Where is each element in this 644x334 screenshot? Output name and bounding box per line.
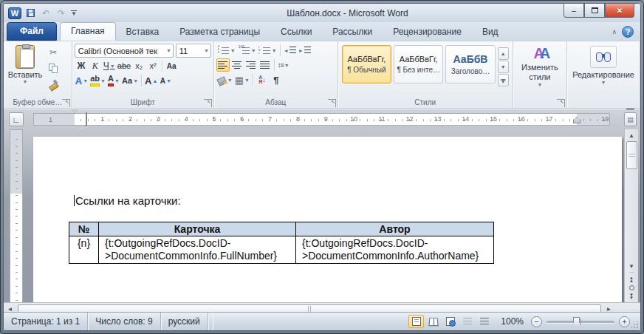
undo-button[interactable]: ↶ (39, 7, 52, 19)
line-spacing-icon: ↕≡ (278, 61, 284, 69)
tab-home[interactable]: Главная (60, 22, 116, 41)
styles-dialog-launcher[interactable]: ↘ (557, 99, 565, 107)
strikethrough-button[interactable]: abe (117, 59, 131, 72)
styles-scroll-down-button[interactable]: ▼ (498, 61, 509, 73)
status-language[interactable]: русский (161, 313, 208, 330)
redo-button[interactable]: ↷ (55, 7, 68, 19)
view-print-layout-button[interactable] (408, 315, 424, 328)
numbering-button[interactable]: ▼ (237, 44, 257, 57)
maximize-button[interactable] (584, 4, 605, 18)
horizontal-ruler[interactable]: 1 123456789101112131415161719 (33, 113, 610, 126)
status-word-count[interactable]: Число слов: 9 (88, 313, 160, 330)
vertical-ruler[interactable] (10, 129, 23, 302)
italic-button[interactable]: К (89, 59, 102, 72)
change-case-button[interactable]: Аа▼ (121, 74, 139, 87)
tab-references[interactable]: Ссылки (270, 24, 322, 41)
align-left-button[interactable] (216, 58, 230, 72)
table-header-num[interactable]: № (69, 222, 99, 236)
document-table[interactable]: № Карточка Автор {n} {t:OutgoingRefDocs.… (69, 222, 494, 264)
split-handle[interactable] (626, 108, 634, 110)
font-color-button[interactable]: А▼ (107, 74, 120, 87)
table-header-card[interactable]: Карточка (99, 222, 296, 236)
bullets-button[interactable]: ▼ (216, 44, 236, 57)
view-outline-button[interactable] (459, 315, 475, 328)
increase-indent-button[interactable] (298, 44, 312, 57)
previous-page-button[interactable]: ▲▲ (629, 276, 634, 282)
zoom-slider[interactable] (547, 321, 614, 323)
document-page[interactable]: Ссылки на карточки: № Карточка Автор {n}… (33, 137, 622, 302)
text-effects-button[interactable]: А▼ (75, 74, 89, 87)
tab-insert[interactable]: Вставка (116, 24, 170, 41)
tab-file[interactable]: Файл (7, 22, 57, 41)
word-logo-icon[interactable]: W (8, 7, 21, 19)
tab-page-layout[interactable]: Разметка страницы (169, 24, 270, 41)
cut-button[interactable]: ✂ (46, 46, 61, 59)
help-button[interactable]: ? (622, 26, 634, 38)
copy-button[interactable] (46, 61, 61, 75)
qat-customize-button[interactable]: ▼ (71, 10, 77, 16)
binoculars-icon (596, 52, 611, 62)
styles-gallery-more-button[interactable]: ▬▼ (498, 74, 509, 86)
show-marks-button[interactable]: ¶ (270, 73, 283, 86)
status-page-info[interactable]: Страница: 1 из 1 (4, 313, 88, 330)
style-no-spacing[interactable]: АаБбВвГг, ¶ Без инте… (394, 45, 443, 84)
view-draft-button[interactable] (476, 315, 492, 328)
editing-button[interactable]: Редактирование ▼ (569, 43, 637, 85)
zoom-slider-thumb[interactable] (573, 317, 580, 327)
align-right-button[interactable] (244, 58, 258, 72)
borders-button[interactable]: ▦▼ (234, 73, 250, 86)
sort-button[interactable]: АЯ↓ (256, 73, 269, 86)
vertical-scroll-thumb[interactable] (626, 141, 637, 169)
highlight-button[interactable]: ab▼ (89, 74, 106, 87)
grow-font-button[interactable]: А▲ (144, 74, 158, 87)
table-header-author[interactable]: Автор (296, 222, 494, 236)
underline-button[interactable]: Ч▼ (103, 59, 116, 72)
tab-view[interactable]: Вид (472, 24, 509, 41)
subscript-button[interactable]: x₂ (132, 59, 145, 72)
table-cell-num[interactable]: {n} (69, 236, 99, 264)
style-heading1[interactable]: АаБбВ Заголово… (445, 45, 495, 84)
zoom-in-button[interactable]: + (619, 316, 630, 327)
table-cell-author[interactable]: {t:OutgoingRefDocs.DocID- >DocumentCommo… (296, 236, 494, 264)
scroll-down-button[interactable]: ▼ (626, 260, 638, 272)
vertical-scrollbar[interactable]: ▲ ▼ ▲▲ ▼▼ (624, 129, 638, 302)
zoom-out-button[interactable]: − (531, 316, 542, 327)
font-name-dropdown-arrow: ▼ (164, 48, 171, 53)
table-cell-card[interactable]: {t:OutgoingRefDocs.DocID- >DocumentCommo… (99, 236, 296, 264)
next-page-button[interactable]: ▼▼ (629, 293, 634, 299)
style-normal[interactable]: АаБбВвГг, ¶ Обычный (342, 45, 391, 84)
scroll-up-button[interactable]: ▲ (626, 129, 638, 141)
minimize-button[interactable]: – (564, 4, 584, 18)
indent-marker[interactable] (71, 113, 78, 127)
styles-scroll-up-button[interactable]: ▲ (498, 47, 509, 60)
multilevel-list-button[interactable]: ▼ (258, 44, 278, 57)
select-browse-object-button[interactable] (629, 285, 634, 290)
shading-button[interactable]: ▼ (216, 73, 233, 86)
font-name-combobox[interactable]: Calibri (Основной тек▼ (75, 44, 174, 58)
tab-mailings[interactable]: Рассылки (322, 24, 383, 41)
view-fullscreen-reading-button[interactable] (425, 315, 441, 328)
clear-formatting-button[interactable]: Аа (165, 59, 178, 72)
align-center-button[interactable] (230, 58, 244, 72)
change-styles-button[interactable]: АА Изменить стили ▼ (515, 43, 564, 87)
line-spacing-button[interactable]: ↕≡▼ (277, 58, 290, 72)
bold-button[interactable]: Ж (75, 59, 88, 72)
format-painter-button[interactable] (46, 77, 61, 90)
zoom-level[interactable]: 100% (493, 316, 530, 327)
clipboard-dialog-launcher[interactable]: ↘ (62, 99, 70, 107)
tab-selector-button[interactable]: ∟ (9, 112, 24, 126)
tab-review[interactable]: Рецензирование (383, 24, 472, 41)
view-web-layout-button[interactable] (442, 315, 458, 328)
collapse-ribbon-button[interactable]: ∧ (612, 28, 617, 35)
font-dialog-launcher[interactable]: ↘ (204, 99, 212, 107)
font-size-combobox[interactable]: 11▼ (176, 44, 211, 58)
justify-button[interactable] (258, 58, 272, 72)
close-button[interactable]: ✕ (605, 4, 634, 18)
decrease-indent-button[interactable] (283, 44, 297, 57)
view-ruler-toggle-button[interactable]: ▤ (624, 112, 637, 126)
save-button[interactable] (24, 7, 37, 19)
paragraph-dialog-launcher[interactable]: ↘ (328, 99, 336, 107)
shrink-font-button[interactable]: А▼ (159, 74, 172, 87)
superscript-button[interactable]: x² (146, 59, 160, 72)
document-heading[interactable]: Ссылки на карточки: (74, 194, 181, 207)
